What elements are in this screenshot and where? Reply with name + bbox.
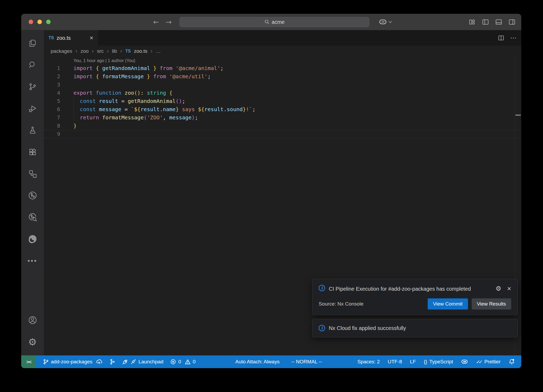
run-debug-icon: [28, 104, 37, 113]
extensions-icon: [28, 147, 37, 156]
problems-item[interactable]: 0 0: [170, 359, 195, 365]
remote-icon: ><: [27, 359, 31, 365]
encoding-label: UTF-8: [388, 359, 402, 365]
sidebar-item-edge-browser[interactable]: [21, 228, 44, 250]
sidebar-item-testing[interactable]: [21, 119, 44, 141]
info-icon: i: [319, 325, 325, 331]
remote-indicator[interactable]: ><: [21, 355, 36, 368]
close-tab-icon[interactable]: ×: [90, 35, 93, 41]
notification-settings-gear-icon[interactable]: ⚙: [496, 285, 501, 292]
error-icon: [170, 359, 176, 365]
close-window-button[interactable]: [29, 20, 33, 24]
zoom-window-button[interactable]: [46, 20, 51, 24]
breadcrumb-item[interactable]: lib: [112, 48, 117, 54]
code-line[interactable]: 7 return formatMessage('ZOO', message);: [44, 114, 521, 122]
vim-mode-item[interactable]: -- NORMAL --: [291, 359, 322, 365]
code-line[interactable]: 5 const result = getRandomAnimal();: [44, 97, 521, 105]
git-branch-item[interactable]: add-zoo-packages: [43, 359, 102, 365]
edge-browser-icon: [28, 234, 37, 244]
pipeline-status-item[interactable]: [109, 359, 115, 365]
plug-icon: [130, 359, 136, 365]
breadcrumb-overflow[interactable]: …: [156, 48, 161, 54]
back-icon[interactable]: ←: [153, 18, 159, 26]
auto-attach-label: Auto Attach: Always: [235, 359, 280, 365]
code-line[interactable]: 8}: [44, 122, 521, 130]
breadcrumb-separator: ›: [151, 48, 152, 55]
code-line[interactable]: 3: [44, 81, 521, 89]
sidebar-item-source-control[interactable]: [21, 76, 44, 98]
sidebar-item-nx-console[interactable]: [21, 163, 44, 185]
sidebar-item-search[interactable]: [21, 54, 44, 76]
launchpad-item[interactable]: Launchpad: [122, 359, 163, 365]
code-line[interactable]: 6 const message = `${result.name} says $…: [44, 105, 521, 114]
sidebar-item-extensions[interactable]: [21, 141, 44, 163]
view-commit-button[interactable]: View Commit: [428, 298, 468, 310]
vim-mode-label: -- NORMAL --: [291, 359, 322, 365]
customize-layout-icon[interactable]: [469, 19, 476, 25]
braces-icon: {}: [424, 359, 427, 365]
view-results-button[interactable]: View Results: [472, 298, 511, 310]
more-views-icon: •••: [28, 257, 37, 264]
breadcrumb-item[interactable]: packages: [51, 48, 72, 54]
code-line[interactable]: 2import { formatMessage } from '@acme/ut…: [44, 72, 521, 81]
traffic-lights: [29, 20, 51, 24]
minimize-window-button[interactable]: [37, 20, 42, 24]
breadcrumb: packages › zoo › src › lib › TS zoo.ts ›…: [44, 46, 521, 57]
toggle-sidebar-right-icon[interactable]: [509, 19, 515, 25]
line-number: 9: [44, 130, 60, 138]
notification-dot: [513, 359, 514, 361]
notification-source: Source: Nx Console: [319, 301, 364, 307]
bell-icon: [509, 359, 515, 365]
code-text: }: [73, 122, 77, 130]
editor-more-actions-icon[interactable]: ⋯: [510, 34, 516, 42]
sidebar-item-explorer[interactable]: [21, 32, 44, 54]
sidebar-item-nx-cloud-fixes[interactable]: [21, 206, 44, 228]
code-line[interactable]: 4export function zoo(): string {: [44, 89, 521, 97]
toggle-panel-icon[interactable]: [495, 19, 502, 25]
overview-ruler-mark: [515, 115, 521, 116]
launchpad-label: Launchpad: [138, 359, 163, 365]
notification-message: Nx Cloud fix applied successfully: [329, 325, 406, 331]
codelens-blame[interactable]: You, 1 hour ago | 1 author (You): [73, 57, 521, 64]
breadcrumb-file[interactable]: zoo.ts: [134, 48, 147, 54]
formatter-item[interactable]: ✓✓ Prettier: [476, 359, 501, 365]
sidebar-item-accounts[interactable]: [21, 309, 44, 331]
sidebar-item-nx-cloud[interactable]: [21, 185, 44, 206]
screenshot-stage: ← → acme: [0, 0, 543, 392]
breadcrumb-item[interactable]: zoo: [81, 48, 89, 54]
indentation-item[interactable]: Spaces: 2: [357, 359, 380, 365]
command-center-search[interactable]: acme: [179, 17, 369, 27]
copilot-menu[interactable]: [379, 14, 392, 30]
breadcrumb-item[interactable]: src: [97, 48, 104, 54]
tab-bar: TS zoo.ts × ⋯: [44, 30, 521, 46]
toggle-sidebar-left-icon[interactable]: [482, 19, 489, 25]
line-number: 7: [44, 114, 60, 122]
project-graph-icon: [28, 169, 37, 178]
notifications-bell-item[interactable]: [509, 359, 515, 365]
typescript-file-icon: TS: [125, 49, 131, 54]
forward-icon[interactable]: →: [166, 18, 172, 26]
split-editor-icon[interactable]: [498, 35, 504, 41]
activity-bar: ••• ⚙: [21, 30, 44, 355]
tab-zoo-ts[interactable]: TS zoo.ts ×: [44, 30, 98, 46]
code-text: import { formatMessage } from '@acme/uti…: [73, 72, 211, 81]
nx-cloud-icon: [28, 191, 37, 200]
copilot-icon: [461, 359, 468, 365]
git-branch-icon: [43, 359, 49, 365]
language-mode-item[interactable]: {} TypeScript: [424, 359, 453, 365]
search-icon: [28, 60, 37, 69]
encoding-item[interactable]: UTF-8: [388, 359, 402, 365]
formatter-label: Prettier: [484, 359, 501, 365]
code-line[interactable]: 1import { getRandomAnimal } from '@acme/…: [44, 64, 521, 72]
notification-close-icon[interactable]: ×: [507, 285, 511, 292]
sidebar-item-run-debug[interactable]: [21, 98, 44, 119]
sidebar-item-additional-views[interactable]: •••: [21, 250, 44, 272]
code-line[interactable]: 9: [44, 130, 521, 138]
copilot-status-item[interactable]: [461, 359, 468, 365]
line-number: 1: [44, 64, 60, 72]
notification-message: CI Pipeline Execution for #add-zoo-packa…: [329, 285, 490, 293]
auto-attach-item[interactable]: Auto Attach: Always: [235, 359, 280, 365]
line-number: 2: [44, 72, 60, 81]
eol-item[interactable]: LF: [410, 359, 416, 365]
sidebar-item-settings[interactable]: ⚙: [21, 331, 44, 353]
